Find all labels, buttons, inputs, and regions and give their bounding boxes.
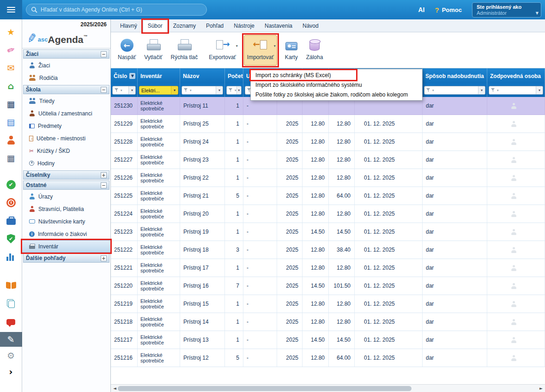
home-icon[interactable]: ⌂ — [0, 78, 22, 93]
cell[interactable]: Elektrické spotrebiče — [138, 241, 180, 259]
cell[interactable]: Elektrické spotrebiče — [138, 313, 180, 331]
cell[interactable]: - — [243, 331, 277, 349]
cell[interactable]: 12.80 — [329, 259, 355, 277]
cell[interactable]: Prístroj 14 — [180, 313, 225, 331]
sidebar-item-kruzky[interactable]: ✂Krúžky / ŠKD — [22, 145, 110, 157]
cell[interactable]: 1 — [225, 313, 243, 331]
back-button[interactable]: ←Naspäť — [115, 35, 139, 66]
cell[interactable] — [487, 259, 545, 277]
cell[interactable]: 12.80 — [303, 259, 329, 277]
cell[interactable]: dar — [423, 97, 487, 115]
cell[interactable]: 01. 12. 2025 — [355, 133, 423, 151]
cell[interactable] — [487, 349, 545, 367]
table-row-251222[interactable]: 251222Elektrické spotrebičePrístroj 183-… — [111, 241, 545, 259]
filter-dropdown[interactable]: ▾▾ — [489, 86, 543, 95]
table-row-251228[interactable]: 251228Elektrické spotrebičePrístroj 241-… — [111, 133, 545, 151]
cell[interactable]: dar — [423, 205, 487, 223]
cell[interactable]: 2025 — [277, 241, 303, 259]
cell[interactable]: Prístroj 17 — [180, 259, 225, 277]
chevron-down-icon[interactable]: ▾ — [236, 86, 241, 94]
cell[interactable]: dar — [423, 277, 487, 295]
cell[interactable]: 12.80 — [329, 115, 355, 133]
section-ziaci[interactable]: Žiaci− — [23, 49, 109, 59]
cell[interactable]: 2025 — [277, 259, 303, 277]
chevron-down-icon[interactable]: ▾ — [216, 86, 223, 94]
horizontal-scrollbar[interactable]: ◄ ► — [111, 384, 545, 392]
import-button[interactable]: Importovať▾ — [244, 35, 277, 66]
cell[interactable] — [487, 277, 545, 295]
cell[interactable]: 12.80 — [329, 151, 355, 169]
cell[interactable]: - — [243, 223, 277, 241]
cell[interactable]: 01. 12. 2025 — [355, 223, 423, 241]
cell[interactable]: 251218 — [111, 313, 138, 331]
cell[interactable]: Prístroj 21 — [180, 187, 225, 205]
print-button[interactable]: Vytlačiť — [141, 35, 165, 66]
cell[interactable]: 1 — [225, 169, 243, 187]
cell[interactable]: Elektrické spotrebiče — [138, 169, 180, 187]
cell[interactable]: - — [243, 277, 277, 295]
cell[interactable]: 1 — [225, 259, 243, 277]
documents-icon[interactable] — [0, 296, 22, 311]
cell[interactable]: 12.80 — [303, 205, 329, 223]
cell[interactable]: 12.80 — [303, 187, 329, 205]
cell[interactable]: 1 — [225, 331, 243, 349]
cell[interactable]: 64.00 — [329, 187, 355, 205]
cell[interactable]: 01. 12. 2025 — [355, 115, 423, 133]
cell[interactable]: 2025 — [277, 295, 303, 313]
cell[interactable]: dar — [423, 295, 487, 313]
gear-icon[interactable]: ⚙ — [0, 348, 22, 363]
chevron-down-icon[interactable]: ▾ — [171, 86, 178, 94]
cell[interactable]: 01. 12. 2025 — [355, 205, 423, 223]
cell[interactable]: 251217 — [111, 331, 138, 349]
section-ciselniky[interactable]: Číselníky+ — [23, 170, 109, 180]
cell[interactable]: Elektrické spotrebiče — [138, 259, 180, 277]
sidebar-item-ucebne[interactable]: Učebne - miestnosti — [22, 132, 110, 145]
search-input[interactable] — [41, 6, 202, 13]
cell[interactable]: 14.50 — [329, 223, 355, 241]
cell[interactable]: - — [243, 151, 277, 169]
cell[interactable]: Prístroj 19 — [180, 223, 225, 241]
cell[interactable]: 1 — [225, 295, 243, 313]
cell[interactable] — [487, 223, 545, 241]
cell[interactable]: - — [243, 241, 277, 259]
cell[interactable] — [487, 331, 545, 349]
table-row-251227[interactable]: 251227Elektrické spotrebičePrístroj 231-… — [111, 151, 545, 169]
cell[interactable]: Prístroj 24 — [180, 133, 225, 151]
tab-nastavenia[interactable]: Nastavenia — [260, 20, 297, 32]
cell[interactable]: 1 — [225, 133, 243, 151]
cell[interactable] — [487, 241, 545, 259]
cell[interactable]: 12.80 — [303, 295, 329, 313]
sidebar-item-rodicia[interactable]: Rodičia — [22, 72, 110, 84]
cell[interactable]: 14.50 — [303, 331, 329, 349]
cell[interactable]: - — [243, 133, 277, 151]
table-row-251218[interactable]: 251218Elektrické spotrebičePrístroj 141-… — [111, 313, 545, 331]
gradebook-icon[interactable]: ▤ — [0, 115, 22, 129]
chevron-down-icon[interactable]: ▾ — [236, 44, 238, 48]
cell[interactable]: 01. 12. 2025 — [355, 169, 423, 187]
calendar-icon[interactable]: ▦ — [0, 151, 22, 165]
attendance-check-icon[interactable]: ✔ — [0, 177, 22, 192]
cell[interactable]: 38.40 — [329, 241, 355, 259]
table-row-251224[interactable]: 251224Elektrické spotrebičePrístroj 201-… — [111, 205, 545, 223]
menu-item-import-clipboard[interactable]: Import zo schránky (MS Excel) — [251, 70, 422, 80]
cell[interactable]: 14.50 — [303, 277, 329, 295]
inventar-filter-dropdown[interactable]: Elektri...▾ — [139, 86, 178, 95]
scrollbar-thumb[interactable] — [118, 386, 412, 391]
mail-icon[interactable]: ✉ — [0, 60, 22, 75]
cell[interactable]: 01. 12. 2025 — [355, 295, 423, 313]
cell[interactable]: 14.50 — [303, 223, 329, 241]
column-header--slo[interactable]: Číslo▼ — [111, 68, 138, 84]
cell[interactable]: 12.80 — [303, 349, 329, 367]
hamburger-menu-icon[interactable] — [0, 0, 22, 19]
cell[interactable]: 12.80 — [303, 169, 329, 187]
cell[interactable]: 251224 — [111, 205, 138, 223]
column-header-po-et[interactable]: Počet — [225, 68, 243, 84]
cell[interactable]: 1 — [225, 115, 243, 133]
cell[interactable]: - — [243, 115, 277, 133]
cell[interactable]: 251227 — [111, 151, 138, 169]
cell[interactable]: - — [243, 187, 277, 205]
timetable-icon[interactable]: ▦ — [0, 96, 22, 111]
cell[interactable]: 251229 — [111, 115, 138, 133]
cell[interactable]: 1 — [225, 151, 243, 169]
cell[interactable]: Elektrické spotrebiče — [138, 331, 180, 349]
